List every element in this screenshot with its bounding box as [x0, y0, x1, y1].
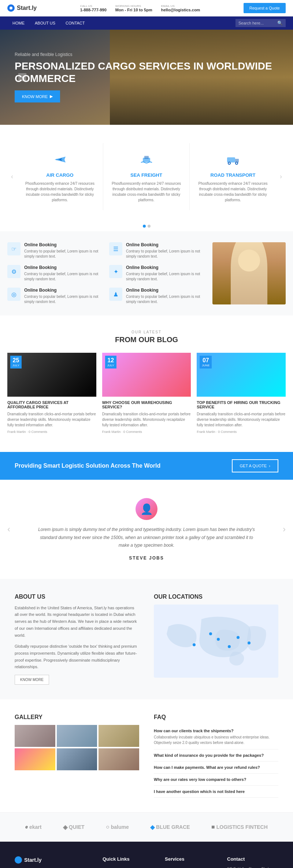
dot-1[interactable]: [143, 225, 146, 228]
blog-desc-2: Dramatically transition clicks-and-morta…: [102, 411, 191, 428]
testimonial-nav: ‹ ›: [0, 524, 293, 534]
blog-desc-3: Dramatically transition clicks-and-morta…: [197, 411, 286, 428]
feature-desc-1: Contrary to popular belief, Lorem ipsum …: [24, 249, 103, 259]
faq-item-1[interactable]: How can our clients track the shipments?…: [154, 725, 278, 749]
testimonial-next[interactable]: ›: [283, 524, 286, 534]
map-svg: [154, 605, 278, 678]
logo[interactable]: Start.ly: [7, 4, 37, 12]
faq-item-5[interactable]: I have another question which is not lis…: [154, 786, 278, 798]
blog-title-2: WHY CHOOSE OUR WAREHOUSING SERVICE?: [102, 400, 191, 409]
gallery-column: GALLERY: [15, 714, 139, 798]
feature-item-3: ⚙ Online Booking Contrary to popular bel…: [7, 265, 103, 282]
road-transport-icon: [224, 150, 242, 169]
footer-quick-links-col: Quick Links INVESTOR RELATIONS PRESS & M…: [103, 856, 154, 868]
road-transport-title: ROAD TRANSPORT: [197, 172, 269, 178]
feature-content-3: Online Booking Contrary to popular belie…: [24, 265, 103, 282]
svg-point-7: [229, 162, 230, 164]
cta-btn-label: GET A QUOTE: [240, 464, 267, 468]
about-column: ABOUT US Established in the United State…: [15, 594, 139, 685]
feature-title-4: Online Booking: [126, 265, 205, 270]
sea-freight-title: SEA FREIGHT: [111, 172, 182, 178]
faq-item-3[interactable]: How can I make payments. What are your r…: [154, 762, 278, 774]
quote-button[interactable]: Request a Quote: [244, 3, 286, 13]
blog-meta-1: Frank Martin · 0 Comments: [7, 430, 96, 434]
services-next[interactable]: ›: [276, 143, 286, 210]
locations-column: OUR LOCATIONS: [154, 594, 278, 685]
faq-answer-1: Collaboratively incubate ubiquitous e bu…: [154, 734, 278, 745]
blog-image-2: 12 JULY: [102, 353, 191, 397]
gallery-item-3[interactable]: [99, 725, 139, 747]
features-person-image: [212, 242, 286, 304]
feature-content-1: Online Booking Contrary to popular belie…: [24, 242, 103, 259]
about-text-2: Globally repurpose distinctive 'outside …: [15, 643, 139, 670]
feature-desc-2: Contrary to popular belief, Lorem ipsum …: [126, 249, 205, 259]
svg-rect-2: [144, 156, 149, 159]
svg-point-14: [237, 636, 240, 639]
faq-item-4[interactable]: Why are our rates very low compared to o…: [154, 774, 278, 786]
nav-contact[interactable]: CONTACT: [60, 16, 90, 30]
hero-prev-button[interactable]: ‹: [18, 73, 26, 81]
services-prev[interactable]: ‹: [7, 143, 17, 210]
know-more-button[interactable]: KNOW MORE: [15, 675, 49, 685]
arrow-icon: ▶: [50, 94, 53, 99]
faq-item-2[interactable]: What kind of insurance do you provide fo…: [154, 749, 278, 762]
faq-column: FAQ How can our clients track the shipme…: [154, 714, 278, 798]
svg-point-13: [228, 645, 231, 648]
sea-freight-desc: Phosfluorescently enhance 24/7 resources…: [111, 181, 182, 203]
call-label: Call us: [80, 4, 107, 8]
gallery-title: GALLERY: [15, 714, 139, 721]
hero-cta-button[interactable]: KNOW MORE ▶: [15, 90, 60, 102]
about-text-1: Established in the United States of Amer…: [15, 605, 139, 639]
blog-meta-3: Frank Martin · 0 Comments: [197, 430, 286, 434]
about-title: ABOUT US: [15, 594, 139, 600]
blog-section: OUR LATEST FROM OUR BLOG 25 JULY QUALITY…: [0, 315, 293, 452]
blog-month-3: JUNE: [202, 364, 209, 367]
features-section: ☞ Online Booking Contrary to popular bel…: [0, 231, 293, 315]
feature-title-5: Online Booking: [24, 288, 103, 293]
blog-card-3: 07 JUNE TOP BENEFITS OF HIRING OUR TRUCK…: [197, 353, 286, 437]
blog-card-2: 12 JULY WHY CHOOSE OUR WAREHOUSING SERVI…: [102, 353, 191, 437]
faq-title: FAQ: [154, 714, 278, 721]
world-map: [154, 605, 278, 678]
footer-contact-col: Contact 2/F E. Valley Stream Blvd, Valle…: [227, 856, 278, 868]
features-list: ☞ Online Booking Contrary to popular bel…: [7, 242, 205, 304]
gallery-item-1[interactable]: [15, 725, 55, 747]
search-input[interactable]: [238, 21, 275, 25]
nav-home[interactable]: HOME: [7, 16, 30, 30]
gallery-item-2[interactable]: [57, 725, 97, 747]
footer-quick-links-list: INVESTOR RELATIONS PRESS & MEDIA CAREER …: [103, 866, 154, 868]
logo-text: Start.ly: [17, 5, 37, 11]
blog-desc-1: Dramatically transition clicks-and-morta…: [7, 411, 96, 428]
feature-title-1: Online Booking: [24, 242, 103, 247]
feature-desc-3: Contrary to popular belief, Lorem ipsum …: [24, 272, 103, 282]
nav-about[interactable]: ABOUT US: [30, 16, 60, 30]
services-section: ‹ AIR CARGO Phosfluorescently enhance 24…: [0, 125, 293, 231]
blog-card-1: 25 JULY QUALITY CARGO SERVICES AT AFFORD…: [7, 353, 96, 437]
cta-button[interactable]: GET A QUOTE ›: [232, 459, 278, 472]
feature-title-6: Online Booking: [126, 288, 205, 293]
hours-value: Mon - Fri 10 to 5pm: [115, 8, 152, 12]
blog-date-1: 25 JULY: [10, 356, 22, 368]
gallery-item-5[interactable]: [57, 748, 97, 770]
search-icon[interactable]: 🔍: [277, 20, 283, 26]
blog-section-label: OUR LATEST: [7, 330, 286, 334]
feature-item-1: ☞ Online Booking Contrary to popular bel…: [7, 242, 103, 259]
service-sea-freight: SEA FREIGHT Phosfluorescently enhance 24…: [103, 143, 190, 210]
testimonial-prev[interactable]: ‹: [7, 524, 10, 534]
services-dots: [0, 221, 293, 231]
feature-icon-2: ☰: [109, 242, 122, 255]
brand-bluegrace: ◆ BLUE GRACE: [150, 824, 190, 831]
feature-desc-4: Contrary to popular belief, Lorem ipsum …: [126, 272, 205, 282]
brands-section: e ekart ◈ QUIET ○ balume ◆ BLUE GRACE ■ …: [0, 812, 293, 842]
svg-point-11: [209, 632, 212, 635]
faq-question-5: I have another question which is not lis…: [154, 789, 278, 794]
svg-rect-3: [227, 157, 235, 162]
feature-icon-4: ✦: [109, 265, 122, 278]
gallery-item-6[interactable]: [99, 748, 139, 770]
brand-balume: ○ balume: [106, 824, 129, 830]
dot-2[interactable]: [148, 225, 151, 228]
blog-content-3: TOP BENEFITS OF HIRING OUR TRUCKING SERV…: [197, 397, 286, 437]
gallery-item-4[interactable]: [15, 748, 55, 770]
cta-arrow-icon: ›: [269, 464, 270, 468]
cta-section: Providing Smart Logistic Solution Across…: [0, 452, 293, 480]
